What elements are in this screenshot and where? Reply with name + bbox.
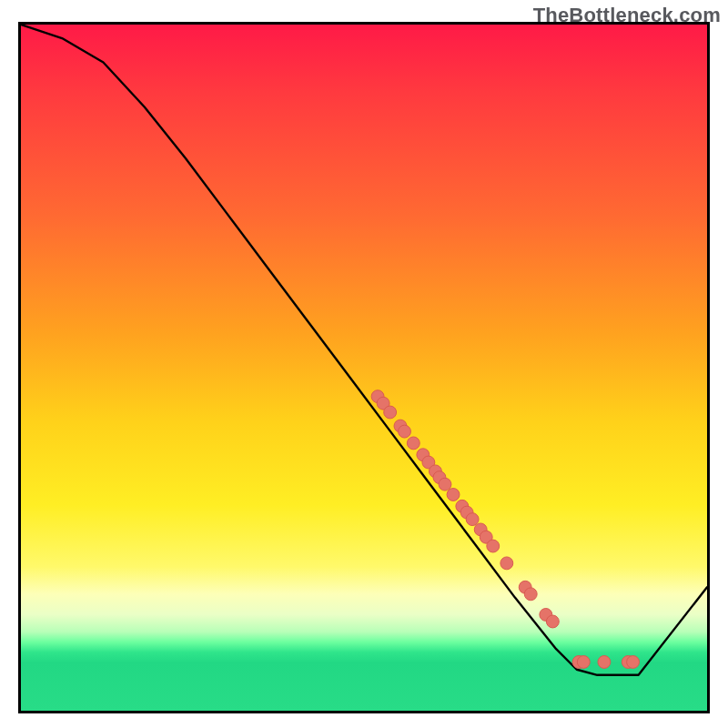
- data-point: [384, 406, 397, 419]
- data-point: [577, 656, 590, 669]
- bottleneck-curve: [21, 25, 707, 675]
- data-point: [546, 615, 559, 628]
- data-point: [487, 540, 500, 552]
- data-point: [500, 557, 513, 570]
- plot-area: [18, 22, 710, 713]
- data-point: [524, 588, 537, 601]
- data-point: [627, 656, 640, 669]
- data-point: [407, 437, 420, 450]
- data-point: [447, 489, 460, 501]
- data-point: [466, 513, 479, 526]
- data-point: [399, 425, 411, 438]
- chart-overlay: [21, 25, 707, 711]
- chart-frame: TheBottleneck.com: [0, 0, 728, 728]
- data-point: [598, 656, 611, 669]
- data-point: [439, 478, 451, 490]
- data-points: [371, 390, 639, 669]
